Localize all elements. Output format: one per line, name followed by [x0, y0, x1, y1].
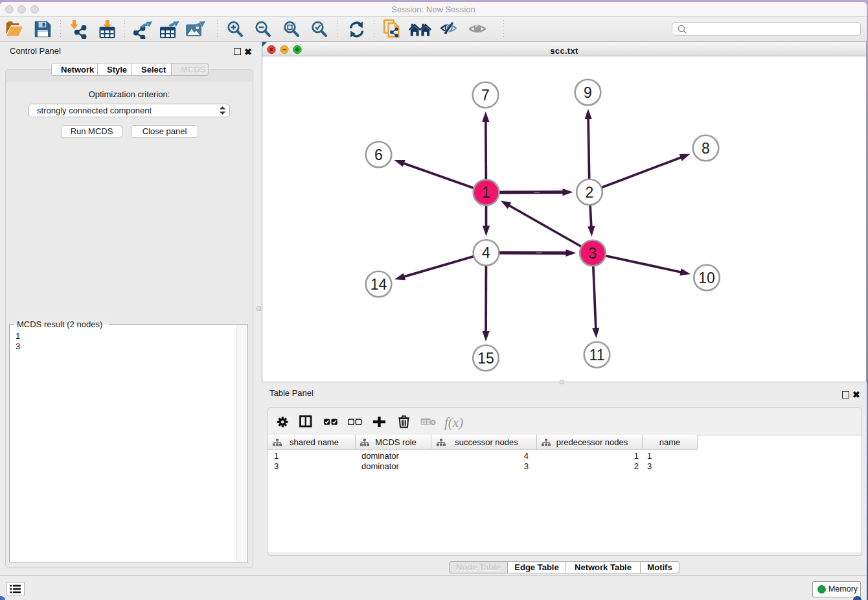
- svg-text:7: 7: [481, 87, 490, 104]
- svg-text:2: 2: [586, 184, 594, 201]
- svg-text:8: 8: [702, 140, 710, 157]
- svg-text:3: 3: [589, 245, 597, 262]
- svg-text:6: 6: [374, 146, 383, 163]
- svg-text:14: 14: [371, 276, 387, 293]
- svg-text:15: 15: [477, 350, 494, 367]
- svg-text:1: 1: [482, 184, 490, 201]
- svg-text:11: 11: [589, 347, 605, 363]
- svg-text:10: 10: [698, 270, 715, 286]
- svg-text:4: 4: [482, 244, 490, 261]
- svg-text:9: 9: [584, 84, 592, 101]
